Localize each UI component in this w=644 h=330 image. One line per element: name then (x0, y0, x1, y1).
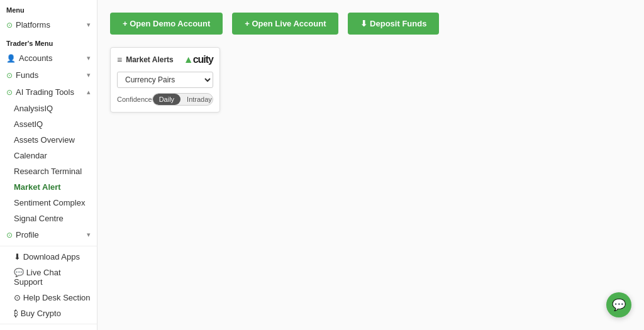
chevron-down-icon: ▾ (87, 54, 91, 62)
chevron-down-icon: ▾ (87, 21, 91, 29)
help-icon: ⊙ (14, 293, 23, 302)
toggle-group: Daily Intraday (152, 93, 213, 106)
sidebar-item-live-chat[interactable]: 💬 Live Chat Support (0, 265, 97, 290)
market-alert-widget: ≡ Market Alerts ▲cuity Currency Pairs Co… (110, 47, 220, 113)
top-buttons: + Open Demo Account + Open Live Account … (110, 13, 631, 35)
profile-icon: ⊙ (6, 231, 13, 239)
sidebar-sub-item-research-terminal[interactable]: Research Terminal (0, 163, 97, 179)
chevron-down-icon: ▾ (87, 231, 91, 239)
chat-bubble-button[interactable]: 💬 (606, 292, 631, 317)
menu-label: Menu (0, 0, 97, 16)
open-live-button[interactable]: + Open Live Account (232, 13, 338, 35)
chevron-down-icon: ▾ (87, 71, 91, 79)
platforms-label: Platforms (16, 20, 50, 30)
toggle-intraday-button[interactable]: Intraday (180, 94, 213, 105)
acuity-logo: ▲cuity (184, 54, 213, 65)
divider-2 (0, 324, 97, 324)
chat-icon: 💬 (14, 268, 26, 277)
download-icon: ⬇ (14, 252, 23, 261)
toggle-daily-button[interactable]: Daily (153, 94, 180, 105)
confidence-label: Confidence (117, 96, 152, 103)
widget-header-left: ≡ Market Alerts (117, 55, 174, 65)
sidebar-sub-item-sentiment-complex[interactable]: Sentiment Complex (0, 195, 97, 211)
accounts-icon: 👤 (6, 54, 16, 63)
sidebar-item-profile[interactable]: ⊙ Profile ▾ (0, 226, 97, 243)
currency-pairs-dropdown[interactable]: Currency Pairs (117, 72, 213, 88)
sidebar-sub-item-assetiq[interactable]: AssetIQ (0, 116, 97, 132)
sidebar: Menu ⊙ Platforms ▾ Trader's Menu 👤 Accou… (0, 0, 97, 330)
accounts-label: Accounts (19, 53, 52, 63)
sidebar-sub-item-calendar[interactable]: Calendar (0, 148, 97, 163)
sidebar-item-ai-trading-tools[interactable]: ⊙ AI Trading Tools ▴ (0, 84, 97, 101)
divider (0, 246, 97, 246)
settings-icon[interactable]: ≡ (117, 55, 122, 65)
sidebar-item-help-desk[interactable]: ⊙ Help Desk Section (0, 290, 97, 305)
sidebar-item-buy-crypto[interactable]: ₿ Buy Crypto (0, 305, 97, 321)
ai-trading-tools-label: AI Trading Tools (16, 87, 74, 97)
funds-icon: ⊙ (6, 71, 13, 80)
chevron-up-icon: ▴ (87, 88, 91, 96)
ai-tools-icon: ⊙ (6, 88, 13, 97)
chat-bubble-icon: 💬 (612, 298, 626, 312)
acuity-dot: ▲ (184, 54, 193, 65)
widget-header: ≡ Market Alerts ▲cuity (117, 54, 213, 65)
traders-menu-label: Trader's Menu (0, 33, 97, 50)
deposit-funds-button[interactable]: ⬇ Deposit Funds (348, 13, 439, 35)
sidebar-sub-item-assets-overview[interactable]: Assets Overview (0, 132, 97, 148)
widget-title: Market Alerts (126, 55, 174, 64)
sidebar-item-platforms[interactable]: ⊙ Platforms ▾ (0, 16, 97, 33)
crypto-icon: ₿ (14, 309, 21, 318)
open-demo-button[interactable]: + Open Demo Account (110, 13, 223, 35)
sidebar-item-download-apps[interactable]: ⬇ Download Apps (0, 249, 97, 265)
sidebar-item-funds[interactable]: ⊙ Funds ▾ (0, 67, 97, 84)
sidebar-sub-item-market-alert[interactable]: Market Alert (0, 179, 97, 195)
cashback-menu-label: CASHBACK MENU (0, 327, 97, 330)
sidebar-sub-item-signal-centre[interactable]: Signal Centre (0, 211, 97, 226)
platforms-icon: ⊙ (6, 21, 13, 30)
funds-label: Funds (16, 70, 38, 80)
widget-confidence-row: Confidence Daily Intraday (117, 93, 213, 106)
sidebar-sub-item-analysisiq[interactable]: AnalysisIQ (0, 101, 97, 116)
sidebar-item-accounts[interactable]: 👤 Accounts ▾ (0, 50, 97, 67)
profile-label: Profile (16, 230, 39, 239)
main-content: + Open Demo Account + Open Live Account … (97, 0, 644, 330)
